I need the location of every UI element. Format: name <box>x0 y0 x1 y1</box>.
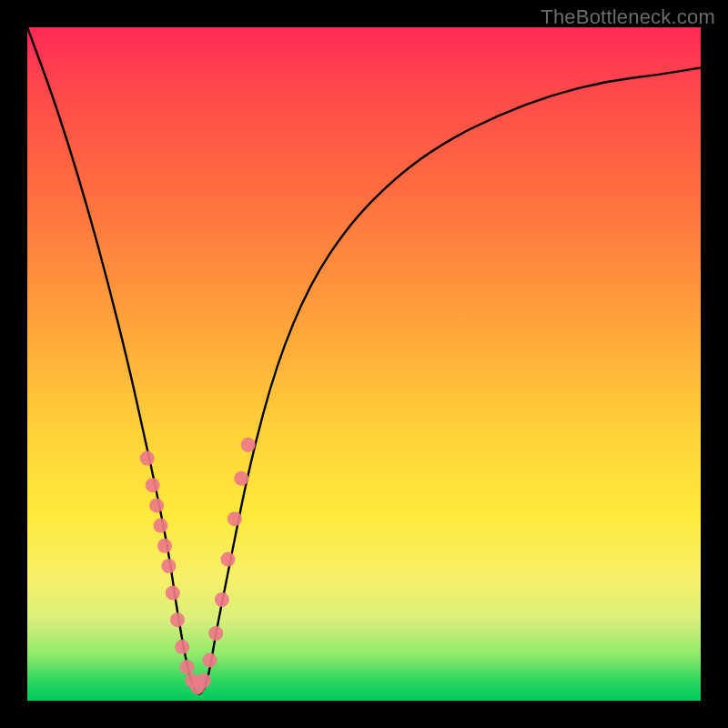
watermark-text: TheBottleneck.com <box>541 5 715 29</box>
highlight-marker <box>154 519 168 533</box>
highlight-marker <box>203 653 217 668</box>
highlight-marker <box>241 438 256 452</box>
highlight-marker <box>149 498 164 512</box>
highlight-marker <box>146 478 160 492</box>
highlight-marker <box>197 673 211 688</box>
highlight-markers-group <box>140 438 256 694</box>
highlight-marker <box>228 511 242 526</box>
highlight-marker <box>161 559 176 573</box>
highlight-marker <box>166 586 180 601</box>
highlight-marker <box>234 471 248 486</box>
highlight-marker <box>208 626 223 641</box>
highlight-marker <box>179 660 194 674</box>
highlight-marker <box>215 592 229 607</box>
highlight-marker <box>221 552 236 567</box>
bottleneck-curve-path <box>27 27 701 694</box>
highlight-marker <box>175 640 189 654</box>
highlight-marker <box>170 612 185 627</box>
highlight-marker <box>157 539 172 553</box>
curve-group <box>27 27 701 694</box>
highlight-marker <box>140 451 155 466</box>
bottleneck-curve-svg <box>27 27 701 701</box>
chart-area <box>27 27 701 701</box>
